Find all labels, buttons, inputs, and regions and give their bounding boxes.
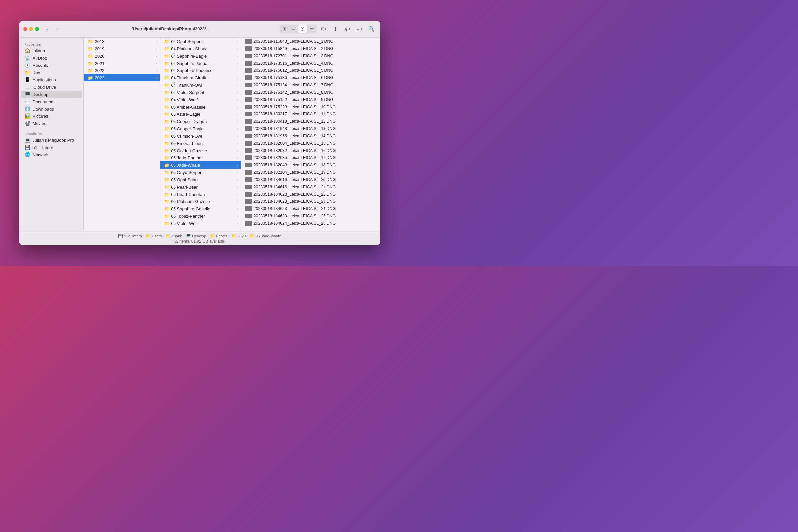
file-item[interactable]: 20230518-115849_Leica-LEICA SL_2.DNG	[241, 45, 380, 52]
folder-item[interactable]: 📁05 Platinum-Gazelle›	[160, 198, 241, 205]
forward-button[interactable]: ›	[54, 25, 61, 33]
file-item[interactable]: 20230518-184616_Leica-LEICA SL_21.DNG	[241, 183, 380, 191]
file-item[interactable]: 20230518-175152_Leica-LEICA SL_9.DNG	[241, 96, 380, 103]
file-label: 20230518-175223_Leica-LEICA SL_10.DNG	[254, 104, 377, 109]
breadcrumb-item[interactable]: 📁Users	[146, 233, 162, 238]
folder-item[interactable]: 📁04 Titanium-Giraffe›	[160, 74, 241, 81]
sidebar-item-dev[interactable]: 📁Dev	[20, 69, 82, 76]
view-gallery-button[interactable]: ▭	[307, 25, 316, 33]
action-icon[interactable]: ⊞▾	[319, 24, 328, 34]
folder-item[interactable]: 📁05 Violet-Wolf›	[160, 220, 241, 227]
year-item[interactable]: 📁2023›	[84, 74, 160, 81]
folder-item[interactable]: 📁05 Topaz-Panther›	[160, 212, 241, 220]
year-item[interactable]: 📁2019›	[84, 45, 160, 52]
file-item[interactable]: 20230518-182035_Leica-LEICA SL_17.DNG	[241, 154, 380, 162]
folder-item[interactable]: 📁04 Opal-Serpent›	[160, 38, 241, 45]
folder-item[interactable]: 📁04 Violet-Serpent›	[160, 89, 241, 96]
file-item[interactable]: 20230518-175142_Leica-LEICA SL_8.DNG	[241, 89, 380, 96]
breadcrumb-item[interactable]: 📁05 Jade-Whale	[250, 233, 281, 238]
breadcrumb-item[interactable]: 💾512_Intern	[118, 233, 142, 238]
year-item[interactable]: 📁2018›	[84, 38, 160, 45]
file-item[interactable]: 20230518-182032_Leica-LEICA SL_16.DNG	[241, 147, 380, 154]
folder-item[interactable]: 📁05 Golden-Gazelle›	[160, 147, 241, 154]
sidebar-item-airdrop[interactable]: 📡AirDrop	[20, 54, 82, 61]
folder-item[interactable]: 📁05 Opal-Shark›	[160, 176, 241, 183]
file-item[interactable]: 20230518-184624_Leica-LEICA SL_26.DNG	[241, 220, 380, 227]
view-list-button[interactable]: ≡	[289, 25, 298, 33]
folder-item[interactable]: 📁05 Sapphire-Gazelle›	[160, 205, 241, 212]
sidebar-item-applications[interactable]: 📱Applications	[20, 76, 82, 83]
file-item[interactable]: 20230518-184623_Leica-LEICA SL_25.DNG	[241, 212, 380, 220]
file-item[interactable]: 20230518-175134_Leica-LEICA SL_7.DNG	[241, 81, 380, 89]
file-item[interactable]: 20230518-184620_Leica-LEICA SL_22.DNG	[241, 191, 380, 198]
file-item[interactable]: 20230518-184616_Leica-LEICA SL_20.DNG	[241, 176, 380, 183]
file-item[interactable]: 20230518-181948_Leica-LEICA SL_13.DNG	[241, 125, 380, 132]
file-item[interactable]: 20230518-175012_Leica-LEICA SL_5.DNG	[241, 67, 380, 74]
sidebar-item-macbook[interactable]: 💻Julian's MacBook Pro	[20, 136, 82, 144]
sidebar-item-network[interactable]: 🌐Network	[20, 151, 82, 158]
folder-item[interactable]: 📁05 Copper-Dragon›	[160, 118, 241, 125]
sidebar-item-intern[interactable]: 💾512_Intern	[20, 144, 82, 151]
folder-item[interactable]: 📁04 Titanium-Owl›	[160, 81, 241, 89]
file-item[interactable]: 20230518-184623_Leica-LEICA SL_23.DNG	[241, 198, 380, 205]
close-button[interactable]	[23, 27, 27, 31]
file-item[interactable]: 20230518-182004_Leica-LEICA SL_15.DNG	[241, 140, 380, 147]
folder-item[interactable]: 📁05 Emerald-Lion›	[160, 140, 241, 147]
view-grid-button[interactable]: ⊞	[280, 25, 289, 33]
sidebar-item-pictures[interactable]: 🖼️Pictures	[20, 113, 82, 120]
chevron-icon: ›	[156, 61, 157, 65]
view-columns-button[interactable]: ⦿	[298, 25, 307, 33]
file-item[interactable]: 20230518-184623_Leica-LEICA SL_24.DNG	[241, 205, 380, 212]
folder-item[interactable]: 📁05 Jade-Panther›	[160, 154, 241, 162]
tag-icon[interactable]: 🏷	[343, 24, 352, 34]
folder-item[interactable]: 📁05 Azure-Eagle›	[160, 111, 241, 118]
sidebar-item-downloads[interactable]: ⬇️Downloads	[20, 105, 82, 113]
folder-item[interactable]: 📁05 Onyx-Serpent›	[160, 169, 241, 176]
file-item[interactable]: 20230518-175223_Leica-LEICA SL_10.DNG	[241, 103, 380, 111]
folder-item[interactable]: 📁05 Jade-Whale›	[160, 162, 241, 169]
sidebar-item-julianb[interactable]: 🏠julianb	[20, 47, 82, 54]
file-item[interactable]: 20230518-182104_Leica-LEICA SL_19.DNG	[241, 169, 380, 176]
sidebar-item-desktop[interactable]: 🖥️Desktop	[20, 91, 82, 98]
breadcrumb-item[interactable]: 📁Photos	[210, 233, 228, 238]
year-item[interactable]: 📁2021›	[84, 60, 160, 67]
file-item[interactable]: 20230518-172701_Leica-LEICA SL_3.DNG	[241, 52, 380, 60]
share-icon[interactable]: ⬆	[331, 24, 340, 34]
file-label: 20230518-175134_Leica-LEICA SL_7.DNG	[254, 83, 377, 87]
folder-item[interactable]: 📁05 Pearl-Bear›	[160, 183, 241, 191]
folder-item[interactable]: 📁05 Amber-Gazelle›	[160, 103, 241, 111]
file-thumbnail-icon	[245, 134, 252, 138]
search-icon[interactable]: 🔍	[367, 24, 376, 34]
breadcrumb-item[interactable]: 🖥️Desktop	[186, 233, 206, 238]
breadcrumb-item[interactable]: 📁2023	[232, 233, 246, 238]
sidebar-item-icloud[interactable]: ☁️iCloud Drive	[20, 83, 82, 91]
folder-icon: 📁	[164, 97, 169, 102]
more-icon[interactable]: ···▾	[355, 24, 364, 34]
minimize-button[interactable]	[29, 27, 33, 31]
breadcrumb-item[interactable]: 📁julianb	[166, 233, 182, 238]
chevron-icon: ›	[237, 207, 238, 211]
year-item[interactable]: 📁2022›	[84, 67, 160, 74]
year-item[interactable]: 📁2020›	[84, 52, 160, 60]
sidebar-item-documents[interactable]: 📄Documents	[20, 98, 82, 105]
file-item[interactable]: 20230518-173516_Leica-LEICA SL_4.DNG	[241, 60, 380, 67]
file-item[interactable]: 20230518-180317_Leica-LEICA SL_11.DNG	[241, 111, 380, 118]
folder-item[interactable]: 📁04 Sapphire-Jaguar›	[160, 60, 241, 67]
folder-item[interactable]: 📁05 Copper-Eagle›	[160, 125, 241, 132]
folder-item[interactable]: 📁04 Platinum-Shark›	[160, 45, 241, 52]
back-button[interactable]: ‹	[44, 25, 52, 33]
sidebar-item-movies[interactable]: 📽️Movies	[20, 120, 82, 127]
file-item[interactable]: 20230518-175130_Leica-LEICA SL_6.DNG	[241, 74, 380, 81]
fullscreen-button[interactable]	[35, 27, 39, 31]
folder-item[interactable]: 📁05 Pearl-Cheetah›	[160, 191, 241, 198]
folder-item[interactable]: 📁04 Sapphire-Eagle›	[160, 52, 241, 60]
file-thumbnail-icon	[245, 104, 252, 109]
file-item[interactable]: 20230518-180418_Leica-LEICA SL_12.DNG	[241, 118, 380, 125]
file-item[interactable]: 20230518-181956_Leica-LEICA SL_14.DNG	[241, 132, 380, 140]
folder-item[interactable]: 📁04 Sapphire-Phoenix›	[160, 67, 241, 74]
sidebar-item-recents[interactable]: 🕐Recents	[20, 61, 82, 69]
folder-item[interactable]: 📁05 Crimson-Owl›	[160, 132, 241, 140]
file-item[interactable]: 20230518-182043_Leica-LEICA SL_18.DNG	[241, 162, 380, 169]
folder-item[interactable]: 📁04 Violet-Wolf›	[160, 96, 241, 103]
file-item[interactable]: 20230518-115843_Leica-LEICA SL_1.DNG	[241, 38, 380, 45]
